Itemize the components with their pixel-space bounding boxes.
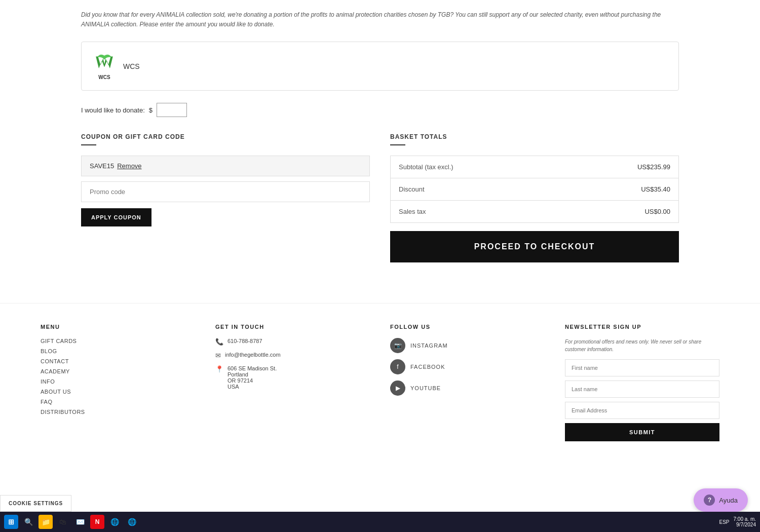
basket-row-value: US$235.99 [560,156,679,178]
newsletter-submit-button[interactable]: SUBMIT [565,423,719,441]
facebook-label: FACEBOOK [410,364,445,370]
social-item[interactable]: ▶YOUTUBE [390,381,545,396]
contact-address-item: 📍 606 SE Madison St. Portland OR 97214 U… [215,365,370,390]
coupon-section: COUPON OR GIFT CARD CODE SAVE15 Remove A… [81,133,370,262]
footer-social: FOLLOW US 📷INSTAGRAMfFACEBOOK▶YOUTUBE [390,324,545,441]
basket-row-label: Discount [391,178,560,201]
remove-coupon-link[interactable]: Remove [117,162,141,170]
basket-section: BASKET TOTALS Subtotal (tax excl.)US$235… [390,133,679,262]
charity-name: WCS [123,62,140,70]
wcs-label: WCS [98,74,110,80]
social-item[interactable]: 📷INSTAGRAM [390,338,545,353]
donate-row: I would like to donate: $ [81,103,679,117]
basket-row-value: US$0.00 [560,201,679,223]
basket-row: DiscountUS$35.40 [391,178,679,201]
footer-menu-item[interactable]: ACADEMY [41,368,195,374]
basket-title: BASKET TOTALS [390,133,679,140]
charity-box: WCS WCS [81,42,679,91]
footer-menu-item[interactable]: FAQ [41,399,195,405]
footer-menu-item[interactable]: ABOUT US [41,389,195,395]
newsletter-last-name[interactable] [565,381,719,398]
footer-contact: GET IN TOUCH 📞 610-788-8787 ✉ info@thege… [215,324,370,441]
footer-contact-title: GET IN TOUCH [215,324,370,330]
newsletter-email[interactable] [565,402,719,419]
basket-row: Subtotal (tax excl.)US$235.99 [391,156,679,178]
social-item[interactable]: fFACEBOOK [390,359,545,374]
donate-label: I would like to donate: [81,106,145,114]
youtube-label: YOUTUBE [410,385,441,391]
proceed-to-checkout-button[interactable]: PROCEED TO CHECKOUT [390,231,679,262]
promo-input[interactable] [81,181,370,202]
instagram-label: INSTAGRAM [410,343,448,349]
footer-social-title: FOLLOW US [390,324,545,330]
coupon-applied: SAVE15 Remove [81,156,370,176]
footer-menu-item[interactable]: CONTACT [41,358,195,364]
intro-text: Did you know that for every ANIMALIA col… [81,10,679,29]
footer-newsletter: NEWSLETTER SIGN UP For promotional offer… [565,324,719,441]
coupon-code: SAVE15 [90,162,114,170]
basket-row-value: US$35.40 [560,178,679,201]
contact-phone: 610-788-8787 [227,338,262,344]
footer-menu-item[interactable]: DISTRIBUTORS [41,409,195,415]
location-icon: 📍 [215,365,223,373]
instagram-icon: 📷 [390,338,405,353]
basket-row-label: Subtotal (tax excl.) [391,156,560,178]
youtube-icon: ▶ [390,381,405,396]
basket-row-label: Sales tax [391,201,560,223]
contact-email-item: ✉ info@thegelbottle.com [215,352,370,359]
footer: MENU GIFT CARDSBLOGCONTACTACADEMYINFOABO… [0,303,760,462]
phone-icon: 📞 [215,338,223,346]
facebook-icon: f [390,359,405,374]
newsletter-first-name[interactable] [565,359,719,376]
footer-menu-item[interactable]: INFO [41,378,195,385]
apply-coupon-button[interactable]: APPLY COUPON [81,208,151,226]
donate-input[interactable] [157,103,187,117]
footer-menu-item[interactable]: BLOG [41,348,195,354]
footer-menu-item[interactable]: GIFT CARDS [41,338,195,344]
contact-email: info@thegelbottle.com [225,352,281,358]
wcs-icon [94,52,115,73]
contact-address: 606 SE Madison St. Portland OR 97214 USA [227,365,277,390]
basket-table: Subtotal (tax excl.)US$235.99DiscountUS$… [390,156,679,223]
footer-newsletter-title: NEWSLETTER SIGN UP [565,324,719,330]
footer-menu: MENU GIFT CARDSBLOGCONTACTACADEMYINFOABO… [41,324,195,441]
donate-currency: $ [149,106,153,114]
basket-row: Sales taxUS$0.00 [391,201,679,223]
newsletter-description: For promotional offers and news only. We… [565,338,719,353]
footer-menu-title: MENU [41,324,195,330]
wcs-logo: WCS [94,52,115,80]
coupon-title: COUPON OR GIFT CARD CODE [81,133,370,140]
contact-phone-item: 📞 610-788-8787 [215,338,370,346]
email-icon: ✉ [215,352,221,359]
